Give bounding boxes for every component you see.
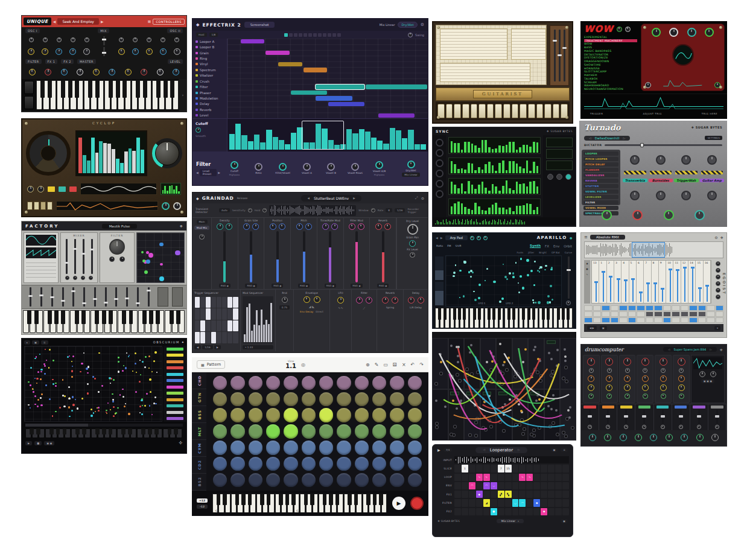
pad-circle[interactable]	[249, 376, 262, 390]
module[interactable]	[448, 338, 465, 389]
marquee-icon[interactable]: ▭	[383, 362, 388, 368]
selection-box[interactable]	[302, 121, 344, 150]
black-key[interactable]	[310, 494, 314, 505]
knob[interactable]	[141, 69, 147, 75]
black-key[interactable]	[121, 428, 126, 434]
slice-cell[interactable]: 12	[681, 261, 688, 303]
mix-tab[interactable]: MIX	[98, 28, 109, 33]
mod-slider[interactable]	[303, 231, 305, 282]
step-cell[interactable]	[654, 305, 663, 311]
black-key[interactable]	[176, 310, 180, 324]
trigger-cell[interactable]	[233, 320, 238, 332]
fx-knob[interactable]	[707, 155, 717, 165]
black-key[interactable]	[527, 308, 530, 320]
knob-vowel-a[interactable]	[303, 163, 311, 171]
sequencer-grid[interactable]	[227, 39, 428, 118]
pad-circle[interactable]	[408, 376, 422, 390]
trigger-cell[interactable]	[206, 308, 211, 320]
toolbar-pill[interactable]: ≡	[41, 340, 48, 345]
black-key[interactable]	[36, 428, 40, 434]
black-key[interactable]	[291, 494, 295, 505]
step-cell[interactable]	[469, 465, 475, 472]
rnd-value[interactable]: 0.75	[279, 305, 290, 310]
module[interactable]	[560, 338, 576, 389]
pad-circle[interactable]	[302, 408, 316, 422]
pattern-slots[interactable]	[284, 33, 342, 37]
step-cell[interactable]	[512, 482, 519, 489]
black-key[interactable]	[54, 310, 59, 324]
knob[interactable]	[660, 375, 667, 382]
record-button[interactable]	[410, 497, 424, 510]
menu-icon[interactable]: ≡	[148, 19, 151, 24]
pad-circle[interactable]	[319, 408, 333, 422]
step-cell[interactable]	[646, 311, 654, 317]
effect-chip[interactable]	[167, 348, 183, 351]
knob[interactable]	[716, 268, 720, 273]
black-key[interactable]	[81, 310, 86, 324]
pad-circle[interactable]	[266, 473, 280, 487]
step-cell[interactable]: ◠	[483, 482, 490, 489]
black-key[interactable]	[335, 494, 339, 505]
effect-row[interactable]: Vitalizer	[192, 73, 227, 78]
sequencer-block[interactable]	[265, 51, 290, 55]
header-icon[interactable]: ≡	[561, 448, 568, 452]
mode-button[interactable]	[48, 186, 55, 192]
effect-row[interactable]: Vinyl	[192, 62, 227, 67]
dry-level-knob[interactable]	[407, 224, 418, 235]
step-cell[interactable]: ◆	[541, 508, 547, 515]
pad-circle[interactable]	[355, 473, 369, 487]
knob[interactable]	[37, 186, 44, 192]
slider[interactable]	[115, 287, 117, 307]
black-key[interactable]	[323, 494, 326, 505]
effect-chip[interactable]	[167, 392, 183, 395]
fx-knob[interactable]	[656, 191, 666, 200]
menu-icon[interactable]: ≡	[584, 235, 588, 240]
button-cluster[interactable]	[27, 202, 52, 210]
pad-circle[interactable]	[337, 441, 351, 454]
reverb-knob[interactable]	[382, 297, 389, 304]
knob[interactable]	[605, 358, 613, 366]
black-key[interactable]	[170, 80, 174, 98]
trigger-cell[interactable]	[217, 320, 221, 332]
filter-knob[interactable]	[366, 297, 372, 304]
track-tab[interactable]: BS2	[192, 474, 206, 491]
pad-circle[interactable]	[390, 424, 404, 438]
trigger-cell[interactable]	[227, 332, 232, 343]
step-cell[interactable]	[562, 508, 569, 515]
tab-synth[interactable]: Synth	[530, 244, 541, 248]
knob[interactable]	[641, 358, 649, 366]
step-cell[interactable]	[491, 491, 497, 498]
black-key[interactable]	[267, 494, 270, 505]
knob[interactable]	[477, 236, 481, 240]
step-cell[interactable]	[548, 508, 555, 515]
black-key[interactable]	[241, 494, 245, 505]
knob[interactable]	[483, 236, 488, 240]
step-cell[interactable]	[526, 465, 533, 472]
black-key[interactable]	[156, 310, 160, 324]
knob[interactable]	[84, 37, 89, 42]
step-cell[interactable]	[689, 305, 698, 311]
step-cell[interactable]	[519, 482, 526, 489]
knob[interactable]	[174, 37, 179, 42]
knob[interactable]	[146, 48, 153, 55]
generative-field[interactable]	[24, 346, 162, 422]
slice-cell[interactable]: 14	[688, 261, 696, 303]
pad-circle[interactable]	[408, 441, 422, 454]
preset-bar[interactable]: ◀ StutterBeat DWEnv ▶	[301, 195, 361, 202]
step-cell[interactable]	[672, 311, 680, 317]
step-cell[interactable]	[533, 482, 540, 489]
pad-circle[interactable]	[213, 424, 227, 438]
black-key[interactable]	[223, 494, 226, 505]
pad-circle[interactable]	[266, 376, 280, 390]
trigger-cell[interactable]	[211, 332, 216, 343]
step-cell[interactable]	[533, 474, 540, 481]
step-cell[interactable]	[498, 499, 504, 506]
pad-circle[interactable]	[284, 473, 297, 487]
knob[interactable]	[56, 48, 62, 55]
pad-circle[interactable]	[230, 408, 244, 422]
step-cell[interactable]	[541, 474, 547, 481]
knob[interactable]	[617, 27, 622, 32]
step-cell[interactable]: ▚	[505, 491, 512, 498]
pad-circle[interactable]	[390, 473, 404, 487]
pad-circle[interactable]	[266, 408, 280, 422]
